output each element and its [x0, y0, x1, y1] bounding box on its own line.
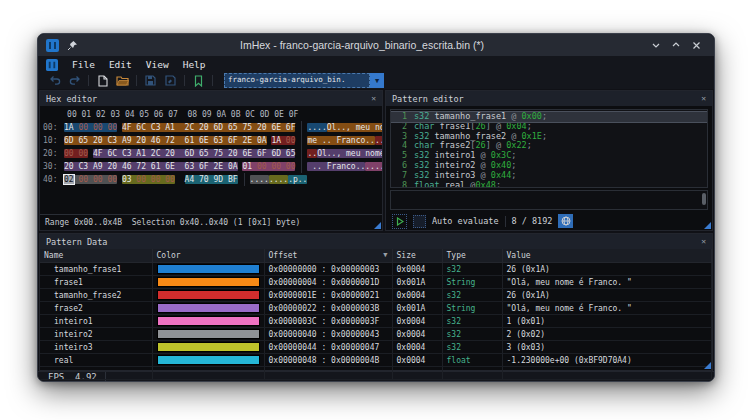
dropdown-arrow-icon[interactable]: ▼	[370, 73, 384, 88]
color-swatch[interactable]	[157, 277, 260, 287]
resize-grip[interactable]	[704, 222, 711, 229]
ascii-cells[interactable]: me .. Franco....	[301, 134, 382, 147]
hex-byte-group[interactable]: 6D 65 20 C3 A9 20 46 72 61 6E 63 6F 2E 0…	[64, 136, 267, 145]
pattern-data-header[interactable]: Pattern Data ✕	[40, 234, 712, 249]
ascii-group[interactable]: me .. Franco..	[307, 136, 374, 145]
console-scrollbar[interactable]	[702, 193, 706, 205]
new-file-icon[interactable]	[96, 74, 109, 87]
hex-byte-group[interactable]: 00 00	[64, 149, 88, 158]
column-header-value[interactable]: Value	[502, 249, 712, 263]
cell-name[interactable]: inteiro2	[40, 328, 152, 341]
ascii-group[interactable]: .. Franco..	[307, 162, 365, 171]
redo-icon[interactable]	[68, 74, 81, 87]
hex-byte-group[interactable]: A4 70 9D BF	[185, 175, 238, 184]
pattern-data-row[interactable]: tamanho_frase10x00000000 : 0x000000030x0…	[40, 263, 712, 276]
ascii-group[interactable]: ....	[269, 175, 288, 184]
color-swatch[interactable]	[157, 355, 260, 365]
cell-size: 0x0004	[392, 341, 442, 354]
undo-icon[interactable]	[48, 74, 61, 87]
cell-name[interactable]: tamanho_frase2	[40, 289, 152, 302]
ascii-group[interactable]: ....	[250, 175, 269, 184]
hex-byte-cells[interactable]: 6D 65 20 C3 A9 20 46 72 61 6E 63 6F 2E 0…	[64, 134, 295, 147]
globe-button[interactable]	[558, 214, 573, 228]
column-header-color[interactable]: Color	[152, 249, 264, 263]
menu-view[interactable]: View	[146, 59, 169, 70]
cell-name[interactable]: frase2	[40, 302, 152, 315]
hex-byte-group[interactable]: 01 00 00 00	[242, 162, 295, 171]
pattern-data-row[interactable]: inteiro10x0000003C : 0x0000003F0x0004s32…	[40, 315, 712, 328]
hex-byte-group[interactable]: 4F 6C C3 A1 2C 20 6D 65 75 20 6E 6F	[122, 123, 296, 132]
cell-name[interactable]: inteiro3	[40, 341, 152, 354]
pattern-data-row[interactable]: inteiro20x00000040 : 0x000000430x0004s32…	[40, 328, 712, 341]
pattern-data-row[interactable]: real0x00000048 : 0x0000004B0x0004float-1…	[40, 354, 712, 367]
column-header-offset[interactable]: Offset▼	[264, 249, 392, 263]
evaluate-play-button[interactable]	[392, 214, 407, 229]
file-selector-value[interactable]: franco-garcia-arquivo_bin.	[224, 73, 370, 88]
pattern-code-line[interactable]: 8float real @0x48;	[391, 181, 707, 188]
auto-evaluate-checkbox[interactable]	[413, 215, 426, 228]
color-swatch[interactable]	[157, 316, 260, 326]
minimize-button[interactable]	[646, 37, 666, 53]
color-swatch[interactable]	[157, 329, 260, 339]
maximize-button[interactable]	[666, 37, 686, 53]
pattern-data-row[interactable]: frase20x00000022 : 0x0000003B0x001AStrin…	[40, 302, 712, 315]
resize-grip[interactable]	[704, 362, 711, 369]
pattern-data-close-icon[interactable]: ✕	[701, 237, 706, 246]
cell-name[interactable]: real	[40, 354, 152, 367]
file-selector-dropdown[interactable]: franco-garcia-arquivo_bin. ▼	[224, 73, 384, 88]
hex-byte-group[interactable]: 03 00 00 00	[122, 175, 175, 184]
hex-byte-group[interactable]: 20 C3 A9 20 46 72 61 6E 63 6F 2E 0A	[64, 162, 238, 171]
color-swatch[interactable]	[157, 290, 260, 300]
ascii-group[interactable]: ....	[307, 123, 326, 132]
pattern-data-row[interactable]: frase10x00000004 : 0x0000001D0x001AStrin…	[40, 276, 712, 289]
pattern-editor-close-icon[interactable]: ✕	[701, 94, 706, 103]
hex-byte-group[interactable]: 1A 00	[271, 136, 295, 145]
ascii-group[interactable]: .p..	[288, 175, 307, 184]
column-header-size[interactable]: Size	[392, 249, 442, 263]
bookmark-icon[interactable]	[192, 74, 205, 87]
ascii-cells[interactable]: .........p..	[244, 173, 308, 186]
color-swatch[interactable]	[157, 303, 260, 313]
pattern-code-editor[interactable]: 1s32 tamanho_frase1 @ 0x00;2char frase1[…	[390, 109, 708, 188]
hex-byte-group[interactable]: 1A 00 00 00	[64, 123, 117, 132]
ascii-group[interactable]: ..	[375, 136, 382, 145]
pattern-console[interactable]	[390, 190, 708, 210]
menu-help[interactable]: Help	[183, 59, 206, 70]
hex-byte-cells[interactable]: 1A 00 00 00 4F 6C C3 A1 2C 20 6D 65 75 2…	[64, 121, 295, 134]
ascii-group[interactable]: Ol.., meu no	[327, 123, 382, 132]
column-header-name[interactable]: Name	[40, 249, 152, 263]
color-swatch[interactable]	[157, 264, 260, 274]
hex-byte-cells[interactable]: 02 00 00 00 03 00 00 00 A4 70 9D BF	[64, 173, 238, 186]
pattern-editor-header[interactable]: Pattern editor ✕	[386, 91, 712, 106]
ascii-cells[interactable]: ....Ol.., meu no	[301, 121, 382, 134]
cell-name[interactable]: inteiro1	[40, 315, 152, 328]
color-swatch[interactable]	[157, 342, 260, 352]
close-button[interactable]	[686, 37, 706, 53]
hex-byte-cells[interactable]: 00 00 4F 6C C3 A1 2C 20 6D 65 75 20 6E 6…	[64, 147, 295, 160]
menu-edit[interactable]: Edit	[109, 59, 132, 70]
resize-grip[interactable]	[374, 222, 381, 229]
hex-editor-close-icon[interactable]: ✕	[371, 94, 376, 103]
cell-name[interactable]: frase1	[40, 276, 152, 289]
pin-icon[interactable]	[67, 40, 78, 51]
hex-byte-cells[interactable]: 20 C3 A9 20 46 72 61 6E 63 6F 2E 0A 01 0…	[64, 160, 295, 173]
hex-editor-body[interactable]: 00 01 02 03 04 05 06 07 08 09 0A 0B 0C 0…	[40, 106, 382, 214]
title-bar[interactable]: ImHex - franco-garcia-arquivo_binario_es…	[38, 34, 714, 56]
code-token: ;	[542, 112, 547, 122]
ascii-cells[interactable]: ..Ol.., meu nome	[301, 147, 382, 160]
ascii-group[interactable]: ....	[365, 162, 382, 171]
pattern-data-row[interactable]: inteiro30x00000044 : 0x000000470x0004s32…	[40, 341, 712, 354]
hex-byte-group[interactable]: 02 00 00 00	[64, 175, 117, 184]
hex-editor-header[interactable]: Hex editor ✕	[40, 91, 382, 106]
ascii-group[interactable]: Ol.., meu nome	[317, 149, 382, 158]
cell-name[interactable]: tamanho_frase1	[40, 263, 152, 276]
ascii-cells[interactable]: .. Franco......	[301, 160, 382, 173]
open-file-icon[interactable]	[116, 74, 129, 87]
column-header-type[interactable]: Type	[442, 249, 502, 263]
menu-file[interactable]: File	[72, 59, 95, 70]
pattern-data-row[interactable]: tamanho_frase20x0000001E : 0x000000210x0…	[40, 289, 712, 302]
ascii-group[interactable]: ..	[307, 149, 317, 158]
hex-byte-group[interactable]: 4F 6C C3 A1 2C 20 6D 65 75 20 6E 6F 6D 6…	[93, 149, 296, 158]
save-icon[interactable]	[144, 74, 157, 87]
save-as-icon[interactable]	[164, 74, 177, 87]
